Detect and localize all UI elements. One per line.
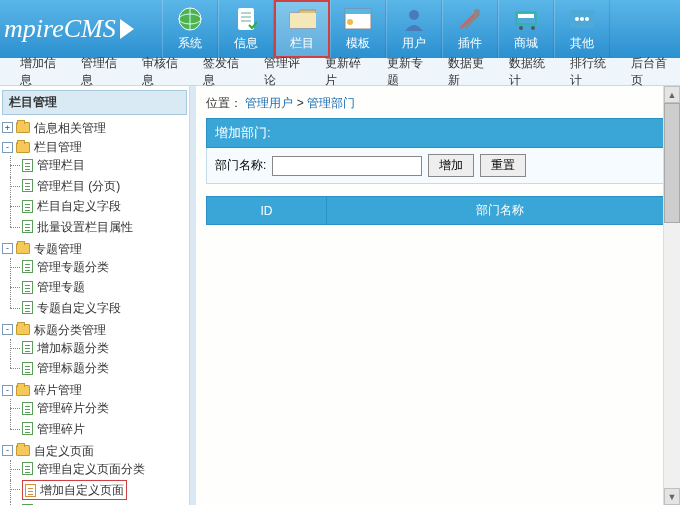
nav-item-doc[interactable]: 信息	[218, 0, 274, 58]
subnav-link[interactable]: 签发信息	[203, 55, 240, 89]
nav-item-cart[interactable]: 商城	[498, 0, 554, 58]
doc-icon	[22, 220, 33, 233]
toggle-icon[interactable]: -	[2, 243, 13, 254]
toggle-icon[interactable]: -	[2, 142, 13, 153]
tree-node[interactable]: 管理栏目 (分页)	[22, 177, 120, 195]
breadcrumb: 位置： 管理用户 > 管理部门	[206, 92, 674, 118]
subnav-link[interactable]: 更新专题	[387, 55, 424, 89]
folder-icon	[288, 7, 316, 31]
svg-rect-16	[518, 14, 534, 18]
doc-icon	[22, 260, 33, 273]
folder-icon	[16, 122, 30, 133]
subnav-link[interactable]: 管理评论	[264, 55, 301, 89]
tree-node[interactable]: 管理碎片分类	[22, 399, 109, 417]
svg-point-17	[519, 26, 523, 30]
dept-name-input[interactable]	[272, 156, 422, 176]
nav-item-more[interactable]: 其他	[554, 0, 610, 58]
tree-title: 栏目管理	[2, 90, 187, 115]
svg-point-22	[585, 17, 589, 21]
doc-icon	[22, 362, 33, 375]
tree-node[interactable]: 增加自定义页面	[22, 480, 127, 500]
tree-node[interactable]: 管理专题分类	[22, 258, 109, 276]
more-icon	[568, 7, 596, 31]
reset-button[interactable]: 重置	[480, 154, 526, 177]
doc-icon	[232, 7, 260, 31]
form-label: 部门名称:	[215, 157, 266, 174]
svg-point-11	[409, 10, 419, 20]
content-pane: 位置： 管理用户 > 管理部门 增加部门: 部门名称: 增加 重置 ID 部门名…	[196, 86, 680, 505]
th-id: ID	[207, 197, 327, 225]
breadcrumb-link-dept[interactable]: 管理部门	[307, 96, 355, 110]
svg-rect-7	[290, 13, 316, 28]
subnav-link[interactable]: 数据更新	[448, 55, 485, 89]
tree-node[interactable]: 批量设置栏目属性	[22, 218, 133, 236]
panel-header: 增加部门:	[206, 118, 674, 148]
toggle-icon[interactable]: -	[2, 324, 13, 335]
tree-node[interactable]: +信息相关管理	[2, 119, 106, 137]
toggle-icon[interactable]: -	[2, 445, 13, 456]
folder-icon	[16, 385, 30, 396]
subnav-link[interactable]: 管理信息	[81, 55, 118, 89]
svg-point-20	[575, 17, 579, 21]
tree-node[interactable]: -自定义页面	[2, 442, 94, 460]
globe-icon	[176, 7, 204, 31]
main-area: 栏目管理 +信息相关管理-栏目管理管理栏目管理栏目 (分页)栏目自定义字段批量设…	[0, 86, 680, 505]
dept-table: ID 部门名称	[206, 196, 674, 225]
svg-point-18	[531, 26, 535, 30]
tree-node[interactable]: -碎片管理	[2, 381, 82, 399]
add-button[interactable]: 增加	[428, 154, 474, 177]
logo: mpireCMS	[0, 14, 142, 44]
cart-icon	[512, 7, 540, 31]
folder-icon	[16, 324, 30, 335]
svg-point-21	[580, 17, 584, 21]
vertical-scrollbar[interactable]: ▲ ▼	[663, 86, 680, 505]
doc-icon	[22, 281, 33, 294]
subnav-link[interactable]: 数据统计	[509, 55, 546, 89]
toggle-icon[interactable]: +	[2, 122, 13, 133]
tree-node[interactable]: 栏目自定义字段	[22, 197, 121, 215]
scroll-up-button[interactable]: ▲	[664, 86, 680, 103]
tools-icon	[456, 7, 484, 31]
tree-node[interactable]: 增加标题分类	[22, 339, 109, 357]
tree-node[interactable]: -标题分类管理	[2, 321, 106, 339]
scrollbar-track[interactable]	[664, 103, 680, 488]
tree-node[interactable]: -专题管理	[2, 240, 82, 258]
logo-text: mpireCMS	[4, 14, 116, 44]
svg-rect-9	[345, 9, 371, 14]
tree: +信息相关管理-栏目管理管理栏目管理栏目 (分页)栏目自定义字段批量设置栏目属性…	[2, 117, 187, 505]
doc-icon	[22, 462, 33, 475]
doc-icon	[22, 402, 33, 415]
doc-icon	[22, 159, 33, 172]
subnav-link[interactable]: 排行统计	[570, 55, 607, 89]
nav-item-window[interactable]: 模板	[330, 0, 386, 58]
scroll-down-button[interactable]: ▼	[664, 488, 680, 505]
nav-item-user[interactable]: 用户	[386, 0, 442, 58]
tree-node[interactable]: -栏目管理	[2, 138, 82, 156]
breadcrumb-link-users[interactable]: 管理用户	[245, 96, 293, 110]
tree-node[interactable]: 管理标题分类	[22, 359, 109, 377]
breadcrumb-prefix: 位置：	[206, 96, 242, 110]
svg-point-10	[347, 19, 353, 25]
doc-icon	[25, 484, 36, 497]
window-icon	[344, 7, 372, 31]
tree-node[interactable]: 管理碎片	[22, 420, 85, 438]
folder-icon	[16, 142, 30, 153]
tree-node[interactable]: 管理栏目	[22, 156, 85, 174]
doc-icon	[22, 301, 33, 314]
nav-item-folder[interactable]: 栏目	[274, 0, 330, 58]
main-nav: 系统信息栏目模板用户插件商城其他	[162, 0, 610, 58]
nav-item-globe[interactable]: 系统	[162, 0, 218, 58]
sub-nav: 增加信息管理信息审核信息签发信息管理评论更新碎片更新专题数据更新数据统计排行统计…	[0, 58, 680, 86]
tree-node[interactable]: 管理自定义页面	[22, 502, 121, 506]
subnav-link[interactable]: 审核信息	[142, 55, 179, 89]
nav-item-tools[interactable]: 插件	[442, 0, 498, 58]
subnav-link[interactable]: 增加信息	[20, 55, 57, 89]
subnav-link[interactable]: 更新碎片	[325, 55, 362, 89]
subnav-link[interactable]: 后台首页	[631, 55, 668, 89]
doc-icon	[22, 179, 33, 192]
toggle-icon[interactable]: -	[2, 385, 13, 396]
scrollbar-thumb[interactable]	[664, 103, 680, 223]
tree-node[interactable]: 专题自定义字段	[22, 299, 121, 317]
tree-node[interactable]: 管理自定义页面分类	[22, 460, 145, 478]
tree-node[interactable]: 管理专题	[22, 278, 85, 296]
